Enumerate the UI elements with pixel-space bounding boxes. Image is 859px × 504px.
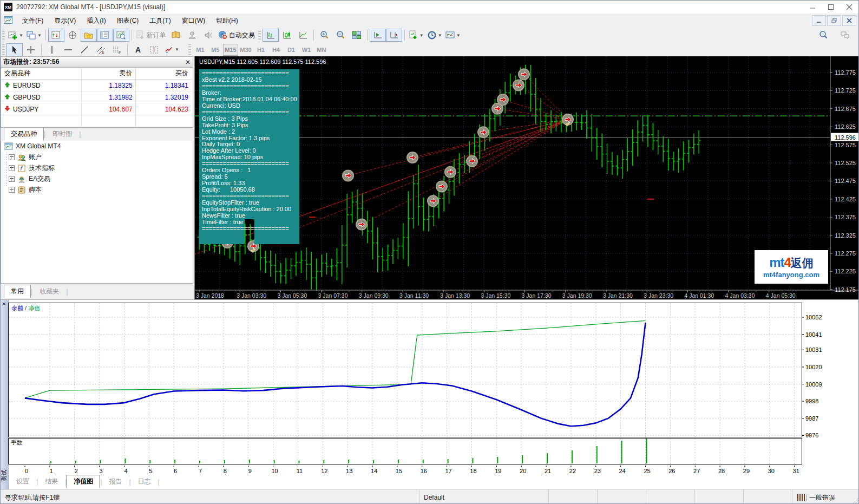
svg-text:8: 8 — [224, 468, 227, 474]
search-icon[interactable] — [815, 29, 831, 42]
label-icon[interactable]: T — [146, 43, 162, 56]
expand-icon[interactable] — [9, 187, 15, 193]
text-icon[interactable]: A — [130, 43, 146, 56]
toolbar-separator — [313, 30, 314, 41]
market-watch-tab-1[interactable]: 即时图 — [45, 127, 79, 141]
navigator-icon[interactable] — [81, 29, 97, 42]
svg-text:18: 18 — [470, 468, 476, 474]
market-watch-table[interactable]: 交易品种卖价买价EURUSD1.183251.18341GBPUSD1.3198… — [1, 68, 193, 128]
equity-balance-chart[interactable]: 1005210041100311002010009999899879976余额 … — [8, 303, 859, 441]
timeframe-m5[interactable]: M5 — [208, 44, 223, 56]
status-profile[interactable]: Default — [419, 490, 549, 504]
timeframe-m15[interactable]: M15 — [223, 44, 238, 56]
zoom-in-icon[interactable] — [316, 29, 332, 42]
vline-icon[interactable] — [44, 43, 60, 56]
tester-tab-3[interactable]: 报告 — [102, 475, 129, 488]
tile-windows-icon[interactable] — [349, 29, 365, 42]
navigator-tab-0[interactable]: 常用 — [4, 285, 31, 298]
indicators-icon[interactable]: ▼ — [407, 29, 425, 42]
expand-icon[interactable] — [9, 154, 15, 160]
community-icon[interactable] — [184, 29, 200, 42]
tester-tab-1[interactable]: 结果 — [38, 475, 65, 488]
zoom-out-icon[interactable] — [332, 29, 349, 42]
timeframe-m1[interactable]: M1 — [193, 44, 208, 56]
symbol-row-usdjpy[interactable]: USDJPY104.607104.623 — [1, 103, 193, 115]
strategy-tester-icon[interactable] — [113, 29, 129, 42]
menu-item[interactable]: 工具(T) — [144, 15, 176, 27]
channel-icon[interactable]: E — [93, 43, 109, 56]
timeframe-d1[interactable]: D1 — [284, 44, 299, 56]
data-window-icon[interactable] — [64, 29, 81, 42]
maximize-icon[interactable] — [822, 1, 840, 14]
chart-shift-icon[interactable] — [386, 29, 402, 42]
shapes-icon[interactable]: ▼ — [162, 43, 181, 56]
market-watch-icon[interactable] — [48, 29, 64, 42]
expand-icon[interactable] — [9, 176, 15, 182]
candlestick-chart-icon[interactable] — [279, 29, 295, 42]
resize-grip[interactable] — [851, 497, 859, 504]
tester-close-icon[interactable]: ✕ — [2, 301, 6, 307]
market-watch-tab-0[interactable]: 交易品种 — [4, 127, 44, 141]
toolbar-grip[interactable] — [2, 44, 5, 55]
tester-tab-4[interactable]: 日志 — [131, 475, 158, 488]
toolbar-grip[interactable] — [188, 44, 191, 55]
autotrading-icon[interactable]: 自动交易 — [217, 29, 257, 42]
svg-text:3: 3 — [100, 468, 103, 474]
cursor-icon[interactable] — [6, 43, 23, 56]
metaeditor-icon[interactable] — [168, 29, 184, 42]
menu-item[interactable]: 显示(V) — [49, 15, 81, 27]
chat-icon[interactable] — [837, 29, 853, 42]
terminal-icon[interactable] — [97, 29, 113, 42]
watermark-url: mt4fanyong.com — [763, 271, 819, 278]
expand-icon[interactable] — [9, 165, 15, 171]
navigator-item-expert[interactable]: EA交易 — [1, 173, 193, 184]
templates-icon[interactable]: ▼ — [444, 29, 462, 42]
timeframe-h4[interactable]: H4 — [268, 44, 284, 56]
crosshair-icon[interactable] — [23, 43, 39, 56]
menu-item[interactable]: 帮助(H) — [211, 15, 244, 27]
menu-item[interactable]: 插入(I) — [81, 15, 111, 27]
charts-toolbar: EFAT▼M1M5M15M30H1H4D1W1MN — [1, 43, 858, 57]
trendline-icon[interactable] — [76, 43, 93, 56]
navigator-tree[interactable]: XM Global MT4账户f技术指标EA交易脚本 — [1, 141, 193, 284]
symbol-row-eurusd[interactable]: EURUSD1.183251.18341 — [1, 80, 193, 91]
mdi-restore-icon[interactable] — [827, 15, 841, 26]
periods-icon[interactable]: ▼ — [425, 29, 444, 42]
minimize-icon[interactable] — [803, 1, 822, 14]
timeframe-h1[interactable]: H1 — [253, 44, 268, 56]
toolbar-grip[interactable] — [2, 30, 5, 41]
tester-x-labels: 0123456789101112131415161718192021222324… — [25, 466, 799, 474]
menu-item[interactable]: 文件(F) — [17, 15, 49, 27]
lots-chart[interactable]: 手数 — [8, 438, 859, 467]
timeframe-mn[interactable]: MN — [314, 44, 329, 56]
auto-scroll-icon[interactable] — [370, 29, 386, 42]
timeframe-m30[interactable]: M30 — [238, 44, 253, 56]
hline-icon[interactable] — [60, 43, 76, 56]
menu-item[interactable]: 窗口(W) — [176, 15, 211, 27]
navigator-item-accounts[interactable]: 账户 — [1, 152, 193, 162]
alerts-icon[interactable] — [200, 29, 217, 42]
chart-window[interactable]: 112.775112.725112.675112.625112.575112.5… — [194, 56, 859, 299]
tester-tab-2[interactable]: 净值图 — [67, 475, 100, 488]
close-icon[interactable] — [840, 1, 858, 14]
timeframe-w1[interactable]: W1 — [299, 44, 314, 56]
line-chart-icon[interactable] — [295, 29, 311, 42]
mdi-close-icon[interactable] — [842, 15, 856, 26]
new-chart-icon[interactable]: ▼ — [6, 29, 25, 42]
mdi-minimize-icon[interactable] — [812, 15, 826, 26]
profiles-icon[interactable]: ▼ — [25, 29, 43, 42]
svg-text:11: 11 — [297, 468, 303, 474]
navigator-root[interactable]: XM Global MT4 — [1, 141, 193, 152]
navigator-tab-1[interactable]: 收藏夹 — [32, 285, 66, 298]
symbol-row-gbpusd[interactable]: GBPUSD1.319821.32019 — [1, 91, 193, 103]
bar-chart-icon[interactable] — [263, 29, 279, 42]
menu-item[interactable]: 图表(C) — [112, 15, 145, 27]
navigator-item-indicator-f[interactable]: f技术指标 — [1, 162, 193, 173]
fibonacci-icon[interactable]: F — [109, 43, 125, 56]
new-order-icon[interactable]: 新订单 — [134, 29, 168, 42]
tester-tab-0[interactable]: 设置 — [9, 475, 36, 488]
svg-text:25: 25 — [644, 468, 650, 474]
toolbar-grip[interactable] — [258, 30, 261, 41]
navigator-item-script[interactable]: 脚本 — [1, 184, 193, 195]
market-watch-close-icon[interactable]: ✕ — [185, 58, 191, 66]
